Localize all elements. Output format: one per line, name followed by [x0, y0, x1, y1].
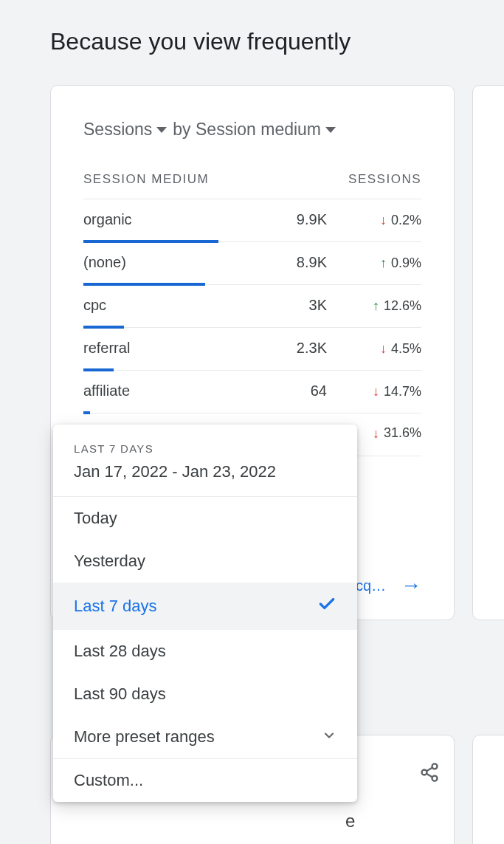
table-row[interactable]: cpc 3K ↑ 12.6% [83, 285, 421, 328]
table-row[interactable]: affiliate 64 ↓ 14.7% [83, 371, 421, 414]
arrow-down-icon: ↓ [380, 342, 387, 355]
card-header: Sessions by Session medium [83, 120, 421, 140]
row-value: 3K [283, 297, 327, 314]
table-header: SESSION MEDIUM SESSIONS [83, 172, 421, 199]
chevron-down-icon [322, 728, 336, 747]
col-header-medium: SESSION MEDIUM [83, 172, 209, 187]
check-icon [317, 594, 336, 618]
row-value: 8.9K [283, 254, 327, 271]
popover-header: LAST 7 DAYS Jan 17, 2022 - Jan 23, 2022 [53, 425, 357, 497]
popover-sublabel: LAST 7 DAYS [74, 442, 336, 455]
daterange-option-last7[interactable]: Last 7 days [53, 583, 357, 630]
adjacent-card [472, 85, 504, 620]
arrow-up-icon: ↑ [380, 256, 387, 270]
row-value: 2.3K [283, 340, 327, 357]
row-change: ↓ 14.7% [340, 384, 421, 399]
arrow-down-icon: ↓ [380, 213, 387, 227]
svg-line-4 [427, 768, 432, 772]
row-change: ↑ 12.6% [340, 298, 421, 314]
row-change: ↑ 0.9% [340, 255, 421, 271]
arrow-down-icon: ↓ [373, 385, 379, 398]
row-name: (none) [83, 254, 126, 271]
popover-daterange: Jan 17, 2022 - Jan 23, 2022 [74, 462, 336, 481]
svg-line-3 [427, 774, 432, 778]
chevron-down-icon [325, 127, 336, 133]
row-name: cpc [83, 297, 106, 314]
page-title: Because you view frequently [0, 0, 504, 55]
partial-text: e [345, 811, 355, 831]
daterange-option-last90[interactable]: Last 90 days [53, 673, 357, 716]
card-footer: cq… → [356, 574, 421, 597]
row-change: ↓ 0.2% [340, 213, 421, 228]
arrow-right-icon[interactable]: → [401, 574, 421, 597]
dimension-dropdown[interactable]: by Session medium [173, 120, 336, 140]
daterange-option-last28[interactable]: Last 28 days [53, 630, 357, 673]
daterange-option-custom[interactable]: Custom... [53, 759, 357, 802]
arrow-up-icon: ↑ [373, 299, 379, 312]
daterange-option-today[interactable]: Today [53, 497, 357, 540]
row-value: 64 [283, 382, 327, 399]
daterange-option-more[interactable]: More preset ranges [53, 716, 357, 758]
adjacent-lower-card [472, 735, 504, 844]
daterange-option-yesterday[interactable]: Yesterday [53, 540, 357, 583]
metric-label: Sessions [83, 120, 152, 140]
chevron-down-icon [156, 127, 167, 133]
row-name: referral [83, 340, 130, 357]
daterange-popover: LAST 7 DAYS Jan 17, 2022 - Jan 23, 2022 … [53, 425, 357, 802]
table-row[interactable]: organic 9.9K ↓ 0.2% [83, 199, 421, 242]
table-row[interactable]: (none) 8.9K ↑ 0.9% [83, 242, 421, 285]
row-value: 9.9K [283, 211, 327, 228]
arrow-down-icon: ↓ [373, 427, 379, 440]
row-name: affiliate [83, 382, 130, 399]
table-row[interactable]: referral 2.3K ↓ 4.5% [83, 328, 421, 371]
footer-link[interactable]: cq… [356, 577, 386, 594]
metric-dropdown[interactable]: Sessions [83, 120, 167, 140]
col-header-sessions: SESSIONS [348, 172, 421, 187]
dimension-label: by Session medium [173, 120, 321, 140]
row-change: ↓ 4.5% [340, 341, 421, 357]
share-icon[interactable] [419, 762, 440, 788]
row-name: organic [83, 211, 132, 228]
